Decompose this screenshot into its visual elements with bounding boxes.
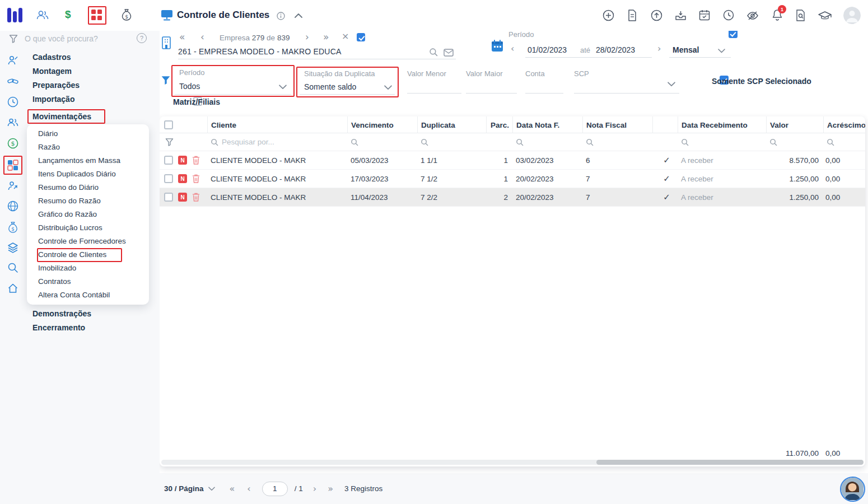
- period-to-field[interactable]: 28/02/2023: [596, 45, 635, 54]
- document-icon[interactable]: [627, 10, 637, 21]
- delete-icon[interactable]: [192, 193, 200, 202]
- calendar-check-icon[interactable]: [699, 10, 710, 21]
- grid-module-icon[interactable]: [91, 10, 102, 21]
- submenu-item-contratos[interactable]: Contratos: [27, 275, 149, 288]
- module-search-icon[interactable]: [7, 262, 18, 273]
- submenu-item-resumo-razao[interactable]: Resumo do Razão: [27, 194, 149, 208]
- filter-situacao-chevron-icon[interactable]: [384, 85, 392, 90]
- submenu-item-distribuicao-lucros[interactable]: Distribuição Lucros: [27, 221, 149, 235]
- company-name-field[interactable]: 261 - EMPRESA MODELO - MAKRO EDUCA: [178, 47, 342, 56]
- filter-scp-chevron-icon[interactable]: [668, 82, 675, 87]
- sidebar-item-montagem[interactable]: Montagem: [32, 64, 72, 78]
- info-icon[interactable]: [277, 12, 285, 20]
- table-row-selected[interactable]: N CLIENTE MODELO - MAKR 11/04/2023 7 2/2…: [160, 188, 865, 207]
- document-search-icon[interactable]: [796, 10, 806, 21]
- period-from-field[interactable]: 01/02/2023: [528, 45, 567, 54]
- horizontal-scrollbar[interactable]: [161, 460, 864, 465]
- filter-scp-select[interactable]: SCP: [574, 69, 589, 78]
- clients-icon[interactable]: [36, 10, 49, 20]
- table-header-data-recebimento[interactable]: Data Recebimento: [678, 116, 766, 133]
- moneybag-icon[interactable]: $: [121, 8, 132, 21]
- submenu-item-controle-fornecedores[interactable]: Controle de Fornecedores: [27, 235, 149, 248]
- filter-periodo-select[interactable]: Todos: [179, 82, 200, 91]
- add-icon[interactable]: [603, 10, 614, 21]
- table-header-parc[interactable]: Parc.: [486, 116, 512, 133]
- money-icon[interactable]: $: [65, 8, 71, 21]
- table-header-acrescimo[interactable]: Acréscimo: [823, 116, 865, 133]
- sidebar-item-cadastros[interactable]: Cadastros: [32, 50, 71, 64]
- submenu-item-itens-duplicados[interactable]: Itens Duplicados Diário: [27, 167, 149, 181]
- module-layers-icon[interactable]: [7, 242, 18, 254]
- scrollbar-thumb[interactable]: [596, 460, 864, 465]
- submenu-item-diario[interactable]: Diário: [27, 127, 149, 141]
- submenu-item-controle-clientes[interactable]: Controle de Clientes: [27, 248, 149, 262]
- sidebar-item-encerramento[interactable]: Encerramento: [32, 321, 85, 334]
- company-clear-button[interactable]: ×: [342, 32, 349, 41]
- table-header-duplicata[interactable]: Duplicata: [417, 116, 486, 133]
- period-prev-button[interactable]: ‹: [511, 44, 514, 53]
- module-moneybag-icon[interactable]: $: [7, 221, 18, 233]
- submenu-item-altera-conta-contabil[interactable]: Altera Conta Contábil: [27, 288, 149, 302]
- page-last-button[interactable]: »: [328, 484, 333, 493]
- table-header-nota-fiscal[interactable]: Nota Fiscal: [582, 116, 652, 133]
- company-last-button[interactable]: »: [323, 32, 329, 42]
- support-chat-avatar[interactable]: [840, 477, 865, 502]
- table-header-valor[interactable]: Valor: [766, 116, 823, 133]
- module-preparations-icon[interactable]: [7, 96, 18, 108]
- submenu-item-lancamentos-em-massa[interactable]: Lançamentos em Massa: [27, 154, 149, 167]
- table-header-data-nota[interactable]: Data Nota F.: [512, 116, 582, 133]
- app-logo[interactable]: [7, 7, 24, 24]
- period-mode-select[interactable]: Mensal: [673, 45, 699, 54]
- delete-icon[interactable]: [192, 156, 200, 165]
- period-next-button[interactable]: ›: [657, 44, 661, 53]
- submenu-item-resumo-diario[interactable]: Resumo do Diário: [27, 181, 149, 194]
- module-import-icon[interactable]: [7, 118, 19, 127]
- module-globe-icon[interactable]: [7, 200, 18, 212]
- per-page-select[interactable]: 30 / Página: [164, 484, 204, 493]
- company-prev-button[interactable]: ‹: [200, 32, 204, 42]
- filter-periodo-chevron-icon[interactable]: [279, 85, 287, 90]
- page-input[interactable]: 1: [262, 482, 288, 496]
- period-mode-chevron-icon[interactable]: [718, 49, 725, 53]
- table-header-vencimento[interactable]: Vencimento: [347, 116, 417, 133]
- module-person-arrow-icon[interactable]: [7, 180, 18, 192]
- page-next-button[interactable]: ›: [313, 484, 316, 493]
- row-checkbox[interactable]: [164, 156, 173, 165]
- filters-icon[interactable]: [161, 75, 171, 85]
- search-valor-input[interactable]: [766, 138, 823, 146]
- table-header-cliente[interactable]: Cliente: [207, 116, 347, 133]
- module-assembly-icon[interactable]: [7, 77, 19, 86]
- search-acrescimo-input[interactable]: [823, 138, 865, 146]
- search-filter-icon[interactable]: [9, 34, 18, 43]
- user-avatar[interactable]: [843, 7, 861, 24]
- sidebar-search-input[interactable]: O que você procura?: [25, 34, 98, 43]
- table-row[interactable]: N CLIENTE MODELO - MAKR 05/03/2023 1 1/1…: [160, 151, 865, 170]
- graduation-cap-icon[interactable]: [818, 11, 832, 21]
- company-checkbox[interactable]: [357, 33, 365, 41]
- delete-icon[interactable]: [192, 174, 200, 183]
- select-all-checkbox[interactable]: [164, 120, 173, 129]
- sidebar-item-movimentacoes[interactable]: Movimentações: [32, 110, 91, 123]
- search-nota-fiscal-input[interactable]: [582, 138, 652, 146]
- search-duplicata-input[interactable]: [417, 138, 486, 146]
- per-page-chevron-icon[interactable]: [208, 487, 215, 491]
- eye-off-icon[interactable]: [746, 11, 759, 21]
- sidebar-item-preparacoes[interactable]: Preparações: [32, 78, 80, 92]
- module-finance-icon[interactable]: $: [7, 138, 18, 149]
- filter-situacao-select[interactable]: Somente saldo: [304, 82, 356, 91]
- upload-icon[interactable]: [651, 10, 662, 21]
- company-search-icon[interactable]: [429, 48, 438, 57]
- submenu-item-imobilizado[interactable]: Imobilizado: [27, 262, 149, 275]
- module-home-icon[interactable]: [7, 283, 18, 293]
- row-checkbox[interactable]: [164, 193, 173, 202]
- collapse-chevron-up-icon[interactable]: [295, 13, 302, 18]
- submenu-item-grafico-razao[interactable]: Gráfico do Razão: [27, 208, 149, 221]
- search-data-nota-input[interactable]: [512, 138, 582, 146]
- company-next-button[interactable]: ›: [305, 32, 309, 42]
- inbox-icon[interactable]: [675, 10, 687, 21]
- search-data-recebimento-input[interactable]: [678, 138, 766, 146]
- submenu-item-razao[interactable]: Razão: [27, 141, 149, 154]
- filter-valor-menor-input[interactable]: Valor Menor: [407, 69, 446, 78]
- table-row[interactable]: N CLIENTE MODELO - MAKR 17/03/2023 7 1/2…: [160, 170, 865, 188]
- row-filter-icon[interactable]: [160, 138, 207, 146]
